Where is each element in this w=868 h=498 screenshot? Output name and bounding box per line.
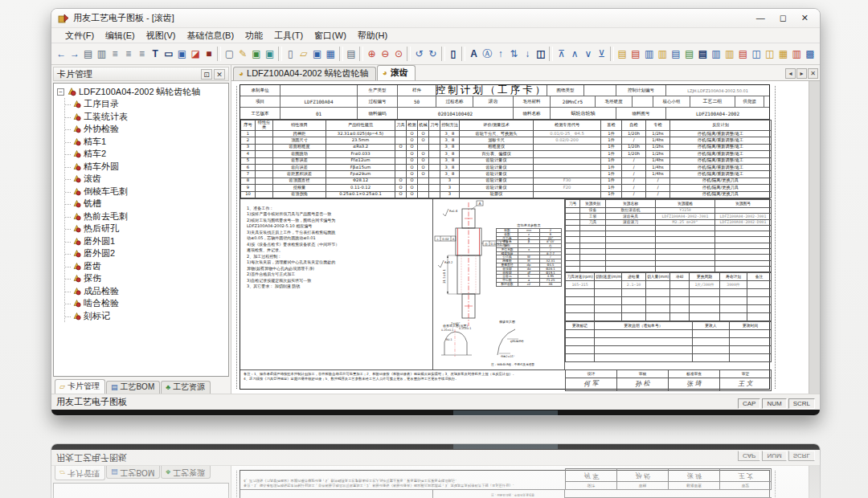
move-down-icon[interactable]: ↓ — [521, 47, 534, 61]
card-footnote: 备注：1、操作者必须严格按照本控制计划加工，首件检验合格后方可批量加工；2、检验… — [240, 468, 565, 490]
tree-item[interactable]: 精车2 — [65, 148, 228, 161]
tree-item[interactable]: 热后研孔 — [65, 222, 228, 235]
close-button[interactable]: ✕ — [801, 13, 809, 23]
export-card-icon[interactable]: ▥ — [642, 47, 656, 61]
tree-item[interactable]: 工序目录 — [65, 98, 228, 111]
panel-close-icon[interactable]: ✕ — [214, 69, 225, 80]
props-icon[interactable]: ▩ — [804, 47, 817, 61]
menu-item[interactable]: 基础信息(B) — [181, 30, 240, 42]
insert-row-after-icon[interactable]: ▤ — [682, 47, 696, 61]
tree-item[interactable]: 磨齿 — [65, 260, 228, 273]
drawing-canvas[interactable]: 承制单位 生产类型 样件 控制计划（工序卡） 图纸类型 控制计划编号 LZJH.… — [231, 81, 820, 394]
tab-process-bom[interactable]: ▤ 工艺BOM — [106, 381, 160, 394]
zoom-in-icon[interactable]: ⊕ — [365, 47, 379, 61]
tree-item[interactable]: 磨外圆1 — [65, 235, 228, 248]
menu-item[interactable]: 功能 — [240, 30, 268, 42]
new-card-icon[interactable]: ▥ — [723, 47, 736, 61]
tree-item[interactable]: 倒棱车毛刺 — [65, 186, 228, 198]
paste-row-icon[interactable]: ◫ — [763, 47, 776, 61]
last-row-icon[interactable]: ⊻ — [595, 47, 608, 61]
save-file-icon[interactable]: ▣ — [310, 47, 324, 61]
copy-row-icon[interactable]: ◫ — [750, 47, 764, 61]
open-file-icon[interactable]: ▱ — [297, 47, 311, 61]
panel-pin-icon[interactable]: ⊡ — [201, 69, 212, 80]
image-frame-icon[interactable]: ▣ — [175, 47, 189, 61]
callout-icon[interactable]: ◫ — [534, 47, 548, 61]
next-row-icon[interactable]: ∨ — [582, 47, 596, 61]
clipboard-icon[interactable]: ▦ — [776, 47, 790, 61]
menu-item[interactable]: 编辑(E) — [100, 30, 141, 42]
insert-row-before-icon[interactable]: ▤ — [669, 47, 683, 61]
tree-item[interactable]: 工装统计表 — [65, 111, 228, 124]
restore-button[interactable]: ◻ — [780, 13, 787, 23]
find-card-icon[interactable]: ▤ — [616, 47, 629, 61]
cut-row-icon[interactable]: ▤ — [736, 47, 750, 61]
delete-row-icon[interactable]: ▥ — [790, 47, 804, 61]
menu-item[interactable]: 文件(F) — [59, 30, 100, 42]
approver-signature: 王 文 — [738, 380, 753, 388]
preview-icon[interactable]: ▯ — [447, 47, 461, 61]
plan-no-value: LZJH.LDFZ100A04-2002.50.01 — [666, 85, 769, 96]
import-card-icon[interactable]: ▥ — [656, 47, 669, 61]
save-all-icon[interactable]: ▦ — [324, 47, 338, 61]
tree-item[interactable]: 精车1 — [65, 136, 228, 149]
tree-item[interactable]: 铣槽 — [65, 198, 228, 210]
tree-root[interactable]: − LDFZ100A04-2002 蜗轮齿轮轴 — [57, 85, 228, 98]
text-tool-icon[interactable]: T — [149, 47, 162, 61]
tree-item-label: 磨齿 — [84, 260, 101, 272]
tab-card-management[interactable]: ▱ 卡片管理 — [55, 379, 105, 394]
tree-item[interactable]: 成品检验 — [65, 285, 228, 298]
export-image-icon[interactable]: ▣ — [263, 47, 276, 61]
tab-gear-hobbing[interactable]: ◕ 滚齿 — [377, 65, 416, 80]
insert-image-icon[interactable]: ▣ — [250, 47, 264, 61]
select-cell-icon[interactable]: ▤ — [81, 47, 95, 61]
print-icon[interactable]: ▤ — [345, 47, 358, 61]
tree-item[interactable]: 滚齿 — [65, 173, 228, 186]
menu-item[interactable]: 视图(V) — [141, 30, 182, 42]
minimize-button[interactable]: — — [756, 13, 765, 23]
tree-item[interactable]: 刻标记 — [65, 310, 228, 323]
tree-item[interactable]: 精车外圆 — [65, 161, 228, 173]
align-top-icon[interactable]: ≡ — [108, 47, 122, 61]
select-region-icon[interactable]: ▥ — [95, 47, 108, 61]
forward-icon[interactable]: → — [68, 47, 82, 61]
tab-process-resource[interactable]: ♣ 工艺资源 — [161, 381, 211, 394]
fill-color-icon[interactable]: ■ — [203, 47, 216, 61]
menu-item[interactable]: 帮助(H) — [352, 30, 393, 42]
font-icon[interactable]: A — [467, 47, 481, 61]
circle-text-icon[interactable]: Ⓐ — [481, 47, 494, 61]
tree-swap-icon[interactable]: ⇅ — [507, 47, 521, 61]
marquee-icon[interactable]: ▢ — [223, 47, 236, 61]
tree-collapse-icon[interactable]: − — [57, 88, 64, 96]
append-row-icon[interactable]: ▤ — [696, 47, 710, 61]
tab-scroll-right-icon[interactable]: ▸ — [796, 68, 807, 79]
copy-card-icon[interactable]: ▥ — [710, 47, 723, 61]
menu-item[interactable]: 窗口(W) — [309, 30, 352, 42]
rect-tool-icon[interactable]: ▭ — [162, 47, 176, 61]
align-middle-icon[interactable]: ≡ — [121, 47, 135, 61]
tab-close-icon[interactable]: ✕ — [808, 68, 818, 79]
zoom-fit-icon[interactable]: ⊙ — [392, 47, 406, 61]
align-bottom-icon[interactable]: ≡ — [135, 47, 149, 61]
zoom-out-icon[interactable]: ⊖ — [379, 47, 392, 61]
proc-no-label: 过程编号 — [358, 96, 398, 107]
undo-icon[interactable]: ↺ — [412, 47, 426, 61]
back-icon[interactable]: ← — [55, 47, 68, 61]
move-up-icon[interactable]: ↑ — [494, 47, 508, 61]
redo-icon[interactable]: ↻ — [426, 47, 440, 61]
tree-item[interactable]: 外协检验 — [65, 123, 228, 136]
new-file-icon[interactable]: ▯ — [284, 47, 297, 61]
pencil-icon[interactable]: ✎ — [236, 47, 250, 61]
tree-item[interactable]: 磨外圆2 — [65, 247, 228, 260]
tab-scroll-left-icon[interactable]: ◂ — [785, 68, 796, 79]
project-value: LDFZ100A04 — [280, 96, 358, 107]
tree-item[interactable]: 探伤 — [65, 272, 228, 285]
prev-row-icon[interactable]: ∧ — [568, 47, 582, 61]
tree-item[interactable]: 热前去毛刺 — [65, 210, 228, 223]
tab-part-card[interactable]: ◕ LDFZ100A04-2002 蜗轮齿轮轴 — [233, 67, 376, 80]
tree-item[interactable]: 啮合检验 — [65, 297, 228, 310]
delete-card-icon[interactable]: ▤ — [629, 47, 643, 61]
first-row-icon[interactable]: ⊼ — [555, 47, 568, 61]
menu-item[interactable]: 工具(T) — [268, 30, 309, 42]
eraser-icon[interactable]: ◪ — [189, 47, 203, 61]
